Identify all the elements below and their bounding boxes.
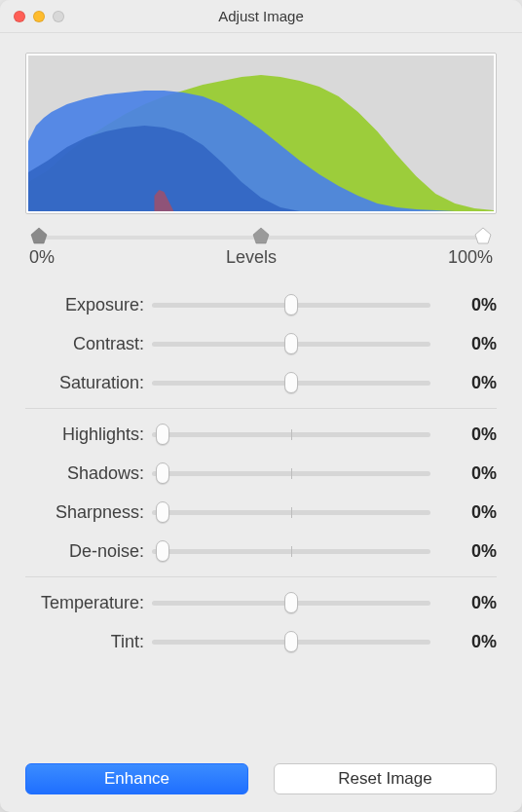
saturation-value: 0%	[430, 373, 497, 393]
levels-slider[interactable]	[25, 220, 497, 247]
close-window-button[interactable]	[14, 11, 25, 22]
highlights-thumb[interactable]	[156, 424, 169, 445]
contrast-value: 0%	[430, 334, 497, 354]
levels-right-label: 100%	[448, 247, 493, 268]
exposure-thumb[interactable]	[284, 294, 298, 315]
contrast-row: Contrast: 0%	[25, 324, 497, 363]
shadows-slider[interactable]	[152, 461, 430, 485]
button-row: Enhance Reset Image	[25, 748, 497, 794]
titlebar: Adjust Image	[0, 0, 522, 33]
levels-mid-point-handle[interactable]	[251, 226, 271, 245]
zoom-window-button	[53, 11, 64, 22]
tint-slider[interactable]	[152, 630, 430, 653]
sharpness-row: Sharpness: 0%	[25, 493, 497, 532]
content-area: 0% Levels 100% Exposure: 0% Contrast: 0%	[0, 33, 522, 812]
denoise-value: 0%	[430, 541, 497, 562]
histogram	[25, 53, 497, 214]
exposure-slider[interactable]	[152, 293, 430, 316]
histogram-svg	[28, 55, 494, 211]
saturation-thumb[interactable]	[284, 372, 298, 393]
exposure-value: 0%	[430, 295, 497, 315]
contrast-slider[interactable]	[152, 332, 430, 355]
levels-labels: 0% Levels 100%	[25, 247, 497, 268]
exposure-label: Exposure:	[25, 295, 152, 315]
tint-label: Tint:	[25, 632, 152, 652]
slider-tick	[291, 429, 292, 440]
highlights-value: 0%	[430, 424, 497, 445]
temperature-thumb[interactable]	[284, 592, 298, 613]
tint-row: Tint: 0%	[25, 622, 497, 661]
temperature-label: Temperature:	[25, 593, 152, 613]
temperature-value: 0%	[430, 593, 497, 613]
highlights-row: Highlights: 0%	[25, 415, 497, 454]
group-divider	[25, 408, 497, 409]
denoise-thumb[interactable]	[156, 540, 169, 562]
temperature-slider[interactable]	[152, 591, 430, 614]
levels-center-label: Levels	[226, 247, 277, 268]
saturation-row: Saturation: 0%	[25, 363, 497, 402]
highlights-slider[interactable]	[152, 423, 430, 446]
highlights-label: Highlights:	[25, 424, 152, 445]
window-controls	[0, 11, 64, 22]
denoise-slider[interactable]	[152, 539, 430, 563]
shadows-thumb[interactable]	[156, 462, 169, 484]
sharpness-thumb[interactable]	[156, 501, 169, 523]
levels-left-label: 0%	[29, 247, 55, 268]
shadows-row: Shadows: 0%	[25, 454, 497, 493]
sliders-group: Exposure: 0% Contrast: 0% Saturation:	[25, 285, 497, 661]
saturation-slider[interactable]	[152, 371, 430, 394]
temperature-row: Temperature: 0%	[25, 583, 497, 622]
tint-thumb[interactable]	[284, 631, 298, 652]
denoise-row: De-noise: 0%	[25, 532, 497, 571]
reset-image-button[interactable]: Reset Image	[274, 763, 497, 794]
slider-tick	[291, 468, 292, 479]
window-title: Adjust Image	[0, 8, 522, 24]
saturation-label: Saturation:	[25, 373, 152, 393]
slider-tick	[291, 507, 292, 518]
shadows-value: 0%	[430, 463, 497, 484]
sharpness-value: 0%	[430, 502, 497, 523]
denoise-label: De-noise:	[25, 541, 152, 562]
levels-white-point-handle[interactable]	[473, 226, 493, 245]
minimize-window-button[interactable]	[33, 11, 45, 22]
contrast-thumb[interactable]	[284, 333, 298, 354]
sharpness-slider[interactable]	[152, 500, 430, 524]
group-divider	[25, 576, 497, 577]
adjust-image-window: Adjust Image	[0, 0, 522, 812]
levels-black-point-handle[interactable]	[29, 226, 49, 245]
enhance-button[interactable]: Enhance	[25, 763, 248, 794]
tint-value: 0%	[430, 632, 497, 652]
shadows-label: Shadows:	[25, 463, 152, 484]
contrast-label: Contrast:	[25, 334, 152, 354]
slider-tick	[291, 546, 292, 557]
sharpness-label: Sharpness:	[25, 502, 152, 523]
exposure-row: Exposure: 0%	[25, 285, 497, 324]
